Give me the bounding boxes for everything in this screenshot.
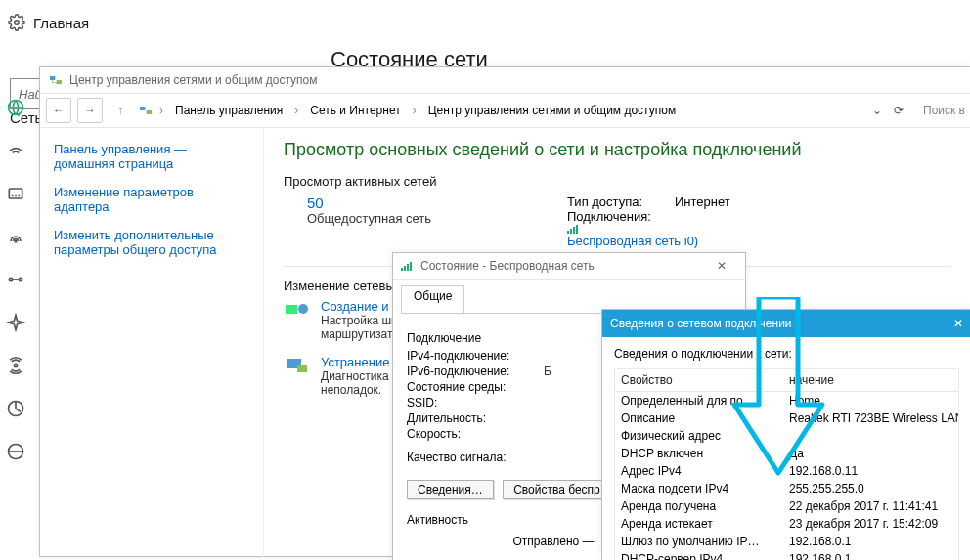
svg-rect-16 — [576, 225, 578, 234]
close-icon[interactable]: ✕ — [706, 254, 737, 278]
details-val: Realtek RTI 723BE Wireless LAN 802.1 — [783, 409, 958, 427]
cp-nav-bar: ← → ↑ › Панель управления › Сеть и Интер… — [40, 94, 970, 128]
status-row-key: SSID: — [407, 396, 544, 409]
gear-icon — [8, 14, 25, 31]
details-prop: Описание — [615, 409, 783, 427]
details-titlebar: Сведения о сетевом подкл чении ✕ — [602, 310, 970, 337]
troubleshoot-icon — [284, 355, 313, 376]
svg-rect-24 — [410, 262, 412, 271]
details-prop: Физический адрес — [615, 427, 783, 445]
table-row[interactable]: Шлюз по умолчанию IP…192.168.0.1 — [615, 533, 958, 550]
breadcrumb-1[interactable]: Сеть и Интернет — [304, 102, 406, 119]
details-prop: DHCP включен — [615, 445, 783, 462]
connection-link[interactable]: Беспроводная сеть i0) — [567, 234, 698, 248]
setup-connection-icon — [284, 299, 313, 321]
table-row[interactable]: ОписаниеRealtek RTI 723BE Wireless LAN 8… — [615, 409, 958, 427]
cp-link-advanced-sharing[interactable]: Изменить дополнительные параметры общего… — [54, 228, 249, 257]
breadcrumb-dropdown-icon[interactable]: ⌄ — [872, 104, 882, 117]
details-col-property: Свойство — [615, 369, 783, 391]
cp-title: Центр управления сетями и общим доступом — [69, 73, 318, 87]
details-val: Home — [783, 392, 958, 409]
svg-rect-23 — [407, 264, 409, 271]
settings-back-label[interactable]: Главная — [33, 15, 89, 31]
details-table: Свойство начение Определенный для по…Hom… — [614, 368, 959, 560]
breadcrumb-0[interactable]: Панель управления — [169, 102, 288, 119]
breadcrumb-2[interactable]: Центр управления сетями и общим доступом — [422, 102, 683, 119]
table-row[interactable]: Адрес IPv4192.168.0.11 — [615, 462, 958, 480]
cp-search-hint[interactable]: Поиск в — [923, 104, 965, 117]
hotspot-icon[interactable] — [6, 356, 25, 375]
details-button[interactable]: Сведения… — [407, 480, 494, 499]
access-type-label: Тип доступа: — [567, 194, 675, 209]
svg-point-3 — [15, 240, 17, 242]
dialup-icon[interactable] — [6, 227, 25, 246]
cp-link-adapter-settings[interactable]: Изменение параметров адаптера — [54, 185, 249, 214]
svg-rect-21 — [401, 268, 403, 271]
cp-active-caption: Просмотр активных сетей — [284, 174, 951, 189]
status-titlebar: Состояние - Беспроводная сеть ✕ — [393, 253, 745, 280]
active-network-type: Общедоступная сеть — [307, 211, 567, 226]
svg-point-6 — [14, 364, 17, 366]
details-val: 192.168.0.11 — [783, 462, 958, 480]
airplane-icon[interactable] — [6, 313, 25, 332]
svg-rect-9 — [50, 76, 55, 80]
details-prop: DHCP-сервер IPv4 — [615, 550, 783, 560]
cp-main-heading: Просмотр основных сведений о сети и наст… — [284, 140, 951, 160]
svg-rect-2 — [9, 189, 22, 198]
details-val: 255.255.255.0 — [783, 480, 958, 497]
details-val: 192.168.0.1 — [783, 533, 958, 550]
details-prop: Аренда получена — [615, 497, 783, 515]
close-icon[interactable]: ✕ — [953, 317, 963, 330]
svg-rect-10 — [57, 80, 62, 84]
details-prop: Аренда истекает — [615, 515, 783, 533]
svg-point-18 — [298, 304, 308, 314]
details-val — [783, 427, 958, 445]
settings-left-rail — [6, 98, 25, 461]
refresh-icon[interactable]: ⟳ — [894, 104, 904, 117]
signal-quality-label: Качество сигнала: — [407, 451, 544, 464]
svg-rect-15 — [573, 227, 575, 234]
svg-rect-12 — [147, 110, 152, 114]
cp-left-pane: Панель управления — домашняя страница Из… — [40, 128, 264, 558]
svg-rect-22 — [404, 266, 406, 271]
connections-label: Подключения: — [567, 209, 675, 224]
status-row-key: Состояние среды: — [407, 380, 544, 394]
details-prop: Адрес IPv4 — [615, 462, 783, 480]
svg-rect-11 — [140, 107, 145, 110]
table-row[interactable]: Аренда истекает23 декабря 2017 г. 15:42:… — [615, 515, 958, 533]
signal-icon — [567, 224, 730, 234]
wifi-icon[interactable] — [6, 141, 25, 160]
vpn-icon[interactable] — [6, 270, 25, 289]
data-usage-icon[interactable] — [6, 399, 25, 418]
sent-label: Отправлено — — [512, 535, 594, 550]
wireless-props-button[interactable]: Свойства беспр — [503, 480, 611, 499]
status-title: Состояние - Беспроводная сеть — [420, 259, 595, 273]
table-row[interactable]: Аренда получена22 декабря 2017 г. 11:41:… — [615, 497, 958, 515]
cp-link-home[interactable]: Панель управления — домашняя страница — [54, 142, 249, 171]
proxy-icon[interactable] — [6, 442, 25, 461]
details-val: 23 декабря 2017 г. 15:42:09 — [783, 515, 958, 533]
tab-general[interactable]: Общие — [401, 285, 464, 313]
nav-up-button[interactable]: ↑ — [109, 99, 132, 122]
details-prop: Шлюз по умолчанию IP… — [615, 533, 783, 550]
access-type-value: Интернет — [675, 194, 730, 209]
table-row[interactable]: DHCP-сервер IPv4192.168.0.1 — [615, 550, 958, 560]
status-row-val: Б — [544, 365, 551, 378]
breadcrumb-icon — [138, 103, 154, 118]
table-row[interactable]: Физический адрес — [615, 427, 958, 445]
nav-forward-button[interactable]: → — [77, 98, 103, 123]
ethernet-icon[interactable] — [6, 184, 25, 203]
table-row[interactable]: DHCP включенДа — [615, 445, 958, 462]
table-row[interactable]: Определенный для по…Home — [615, 392, 958, 409]
svg-point-5 — [19, 278, 22, 280]
status-row-key: Скорость: — [407, 427, 544, 441]
details-subcaption: Сведения о подключении к сети: — [614, 347, 959, 361]
table-row[interactable]: Маска подсети IPv4255.255.255.0 — [615, 480, 958, 497]
status-icon[interactable] — [6, 98, 25, 117]
status-row-key: IPv6-подключение: — [407, 365, 544, 378]
details-prop: Маска подсети IPv4 — [615, 480, 783, 497]
nav-back-button[interactable]: ← — [46, 98, 71, 123]
details-val: 22 декабря 2017 г. 11:41:41 — [783, 497, 958, 515]
network-connection-details-window: Сведения о сетевом подкл чении ✕ Сведени… — [601, 309, 970, 560]
cp-titlebar: Центр управления сетями и общим доступом — [40, 67, 970, 94]
